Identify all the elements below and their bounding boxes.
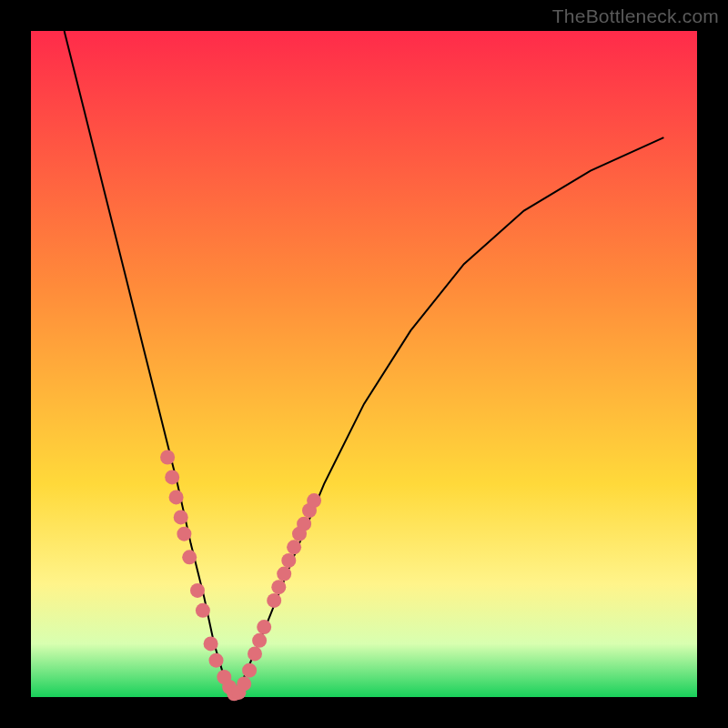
data-point [297, 517, 311, 531]
data-point [307, 493, 321, 508]
data-point [287, 540, 301, 554]
data-point [237, 676, 251, 691]
data-point [160, 450, 175, 465]
data-point [267, 593, 281, 608]
data-point [242, 663, 257, 678]
bottleneck-curve [65, 31, 664, 693]
watermark-text: TheBottleneck.com [552, 5, 719, 27]
data-point [204, 636, 218, 651]
data-point [169, 490, 184, 504]
data-point [174, 510, 188, 524]
data-points-group [160, 450, 321, 702]
data-point [209, 653, 224, 668]
data-point [165, 470, 179, 484]
data-point [248, 646, 262, 661]
data-point [190, 583, 205, 598]
data-point [177, 527, 191, 541]
chart-frame: TheBottleneck.com [0, 0, 728, 728]
data-point [281, 553, 296, 568]
data-point [196, 603, 210, 618]
data-point [182, 550, 197, 564]
data-point [252, 633, 267, 648]
data-point [277, 567, 291, 581]
plot-area [31, 31, 697, 697]
data-point [271, 580, 286, 594]
curve-layer [31, 31, 697, 697]
data-point [257, 620, 271, 634]
